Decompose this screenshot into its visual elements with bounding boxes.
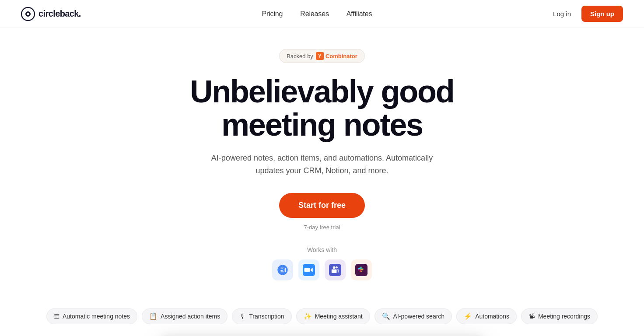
- tab-automations[interactable]: ⚡ Automations: [456, 308, 517, 324]
- hero-title: Unbelievably good meeting notes: [134, 75, 510, 141]
- list-icon: ☰: [54, 312, 60, 320]
- trial-text: 7-day free trial: [304, 224, 340, 231]
- tab-label-transcription: Transcription: [249, 313, 284, 320]
- logo-icon: [21, 7, 35, 21]
- tab-label-assistant: Meeting assistant: [315, 313, 363, 320]
- hero-title-line2: meeting notes: [221, 107, 423, 142]
- backed-badge: Backed by Y Combinator: [279, 49, 365, 63]
- tab-meeting-assistant[interactable]: ✨ Meeting assistant: [296, 308, 370, 324]
- integration-icons: [134, 259, 510, 280]
- tab-automatic-meeting-notes[interactable]: ☰ Automatic meeting notes: [46, 308, 137, 324]
- tab-ai-search[interactable]: 🔍 AI-powered search: [374, 308, 452, 324]
- hero-section: Backed by Y Combinator Unbelievably good…: [125, 28, 519, 308]
- svg-point-1: [27, 13, 29, 15]
- tab-label-auto-notes: Automatic meeting notes: [63, 313, 130, 320]
- film-icon: 📽: [528, 312, 535, 320]
- backed-text: Backed by: [287, 53, 313, 60]
- nav-affiliates[interactable]: Affiliates: [346, 10, 372, 18]
- nav-releases[interactable]: Releases: [300, 10, 329, 18]
- mic-icon: 🎙: [239, 312, 246, 320]
- search-icon: 🔍: [382, 312, 390, 320]
- tab-label-recordings: Meeting recordings: [538, 313, 590, 320]
- yc-box: Y: [316, 52, 324, 60]
- bolt-icon: ⚡: [464, 312, 472, 320]
- hero-subtitle: AI-powered notes, action items, and auto…: [200, 152, 444, 177]
- yc-logo: Y Combinator: [316, 52, 357, 60]
- nav-pricing[interactable]: Pricing: [262, 10, 283, 18]
- hero-title-line1: Unbelievably good: [190, 74, 454, 109]
- tab-label-action-items: Assigned action items: [161, 313, 220, 320]
- google-meet-icon: [272, 259, 293, 280]
- feature-tabs: ☰ Automatic meeting notes 📋 Assigned act…: [0, 308, 644, 324]
- nav-actions: Log in Sign up: [553, 6, 623, 22]
- slack-icon: [351, 259, 372, 280]
- nav-links: Pricing Releases Affiliates: [262, 10, 372, 18]
- login-link[interactable]: Log in: [553, 10, 571, 18]
- sparkle-icon: ✨: [304, 312, 312, 320]
- teams-icon: [325, 259, 346, 280]
- signup-button[interactable]: Sign up: [581, 6, 623, 22]
- svg-point-4: [336, 266, 338, 269]
- works-with-section: Works with: [134, 246, 510, 280]
- tab-label-automations: Automations: [475, 313, 509, 320]
- logo-link[interactable]: circleback.: [21, 7, 81, 21]
- tab-transcription[interactable]: 🎙 Transcription: [232, 308, 291, 324]
- cta-button[interactable]: Start for free: [279, 193, 365, 218]
- clipboard-icon: 📋: [149, 312, 158, 320]
- works-with-label: Works with: [134, 246, 510, 253]
- logo-text: circleback.: [38, 9, 81, 19]
- tab-label-ai-search: AI-powered search: [393, 313, 445, 320]
- tab-assigned-action-items[interactable]: 📋 Assigned action items: [142, 308, 228, 324]
- tab-meeting-recordings[interactable]: 📽 Meeting recordings: [521, 308, 598, 324]
- zoom-icon: [298, 259, 319, 280]
- combinator-text: Combinator: [326, 53, 357, 60]
- navbar: circleback. Pricing Releases Affiliates …: [0, 0, 644, 28]
